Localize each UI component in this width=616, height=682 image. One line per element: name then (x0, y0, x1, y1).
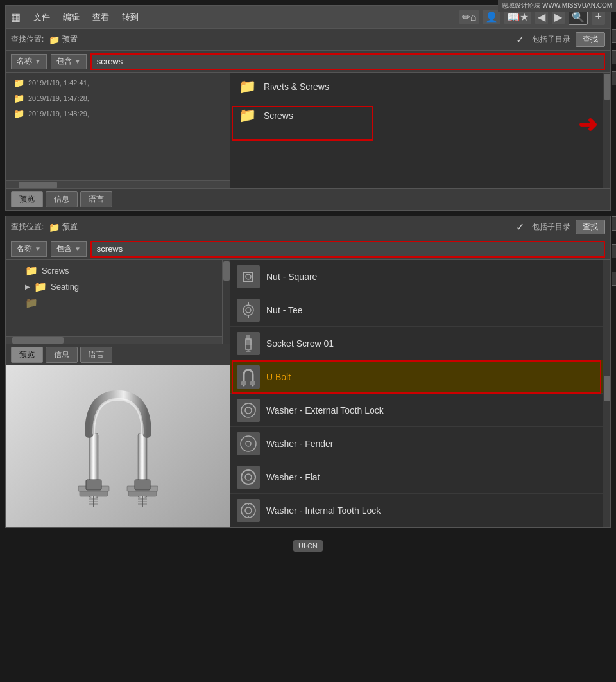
tree-date-1: 2019/1/19, 1:42:41, (28, 79, 89, 87)
contains-dropdown-bottom[interactable]: 包含 ▼ (51, 241, 87, 257)
right-results-top: 📁 Rivets & Screws 📁 Screws ➜ (230, 73, 610, 188)
tab-info-top[interactable]: 信息 (46, 191, 78, 207)
name-dropdown-arrow: ▼ (35, 58, 41, 65)
tree-folder-seating: 📁 (34, 281, 47, 293)
tree-folder-screws: 📁 (25, 265, 38, 277)
include-sub-label: 包括子目录 (532, 34, 570, 45)
list-item-washer-flat[interactable]: Washer - Flat (230, 460, 610, 494)
svg-rect-7 (135, 480, 150, 490)
side-tab-stats1[interactable]: 统计 (612, 71, 616, 85)
results-vscrollbar[interactable] (603, 73, 610, 188)
side-tab-stats2[interactable]: 统计 (612, 272, 616, 286)
list-item-nut-tee[interactable]: Nut - Tee (230, 293, 610, 327)
name-arrow-bottom: ▼ (35, 245, 41, 252)
arrow-left-icon[interactable]: ◀ (535, 10, 548, 24)
find-button-bottom[interactable]: 查找 (576, 220, 605, 234)
svg-rect-16 (244, 272, 253, 281)
contains-dropdown[interactable]: 包含 ▼ (51, 54, 87, 69)
find-location-bottom: 📁 预置 (49, 222, 78, 232)
tree-item-1[interactable]: 📁 2019/1/19, 1:42:41, (6, 75, 230, 91)
tab-language-top[interactable]: 语言 (80, 191, 112, 207)
list-vscrollbar[interactable] (603, 260, 610, 527)
tree-item-extra[interactable]: 📁 (6, 295, 230, 311)
left-panel-bottom: 📁 Screws ▶ 📁 Seating 📁 (6, 260, 230, 527)
list-item-ubolt[interactable]: U Bolt (230, 360, 610, 394)
bottom-tree-vscrollbar[interactable] (222, 260, 230, 344)
content-area-top: 📁 2019/1/19, 1:42:41, 📁 2019/1/19, 1:47:… (6, 73, 610, 188)
search-input-top[interactable] (90, 53, 605, 70)
label-nut-tee: Nut - Tee (266, 305, 303, 315)
tree-item-3[interactable]: 📁 2019/1/19, 1:48:29, (6, 106, 230, 121)
folder-icon-3: 📁 (13, 109, 24, 119)
tree-screws-label: Screws (42, 266, 69, 275)
result-name-rivets: Rivets & Screws (264, 82, 329, 92)
svg-point-34 (241, 436, 256, 451)
list-item-nut-square[interactable]: Nut - Square (230, 260, 610, 293)
right-list-panel: Nut - Square Nut - Tee Socket Screw 01 (230, 260, 610, 527)
contains-label: 包含 (56, 56, 72, 67)
bottom-tree-hscrollbar[interactable] (6, 336, 230, 344)
svg-rect-29 (250, 381, 255, 385)
tree-item-2[interactable]: 📁 2019/1/19, 1:47:28, (6, 91, 230, 106)
location-text: 预置 (62, 34, 78, 45)
location-text-bottom: 预置 (62, 222, 78, 232)
result-name-screws: Screws (264, 110, 293, 121)
pencil-home-icon[interactable]: ✏⌂ (459, 10, 479, 24)
icon-socket-screw (237, 332, 260, 355)
side-tab-content2[interactable]: 内容浏览器 (612, 244, 616, 258)
menu-file[interactable]: 文件 (31, 10, 53, 24)
include-sub-label-bottom: 包括子目录 (532, 222, 570, 232)
svg-rect-22 (246, 335, 250, 340)
result-item-rivets[interactable]: 📁 Rivets & Screws (230, 73, 610, 101)
list-item-socket-screw[interactable]: Socket Screw 01 (230, 327, 610, 360)
tab-language-bottom[interactable]: 语言 (80, 347, 112, 363)
list-item-washer-int[interactable]: Washer - Internal Tooth Lock (230, 494, 610, 527)
svg-point-31 (245, 407, 252, 414)
bottom-tabs-left: 预览 信息 语言 (6, 344, 230, 365)
tab-info-bottom[interactable]: 信息 (46, 347, 78, 363)
icon-ubolt (237, 365, 260, 389)
result-item-screws[interactable]: 📁 Screws (230, 101, 610, 130)
side-tab-scene2[interactable]: 场景浏览器 (612, 216, 616, 231)
search-input-bottom[interactable] (90, 241, 605, 258)
svg-point-35 (246, 441, 251, 446)
tree-date-3: 2019/1/19, 1:48:29, (28, 110, 89, 118)
label-socket-screw: Socket Screw 01 (266, 338, 334, 349)
svg-point-18 (243, 305, 253, 315)
bottom-bar: UI·CN (5, 533, 611, 559)
svg-point-38 (241, 503, 255, 518)
location-folder-icon-bottom: 📁 (49, 222, 60, 232)
preview-area (6, 365, 230, 527)
tree-hscrollbar[interactable] (6, 180, 230, 188)
list-item-washer-ext[interactable]: Washer - External Tooth Lock (230, 394, 610, 427)
book-star-icon[interactable]: 📖★ (504, 10, 531, 24)
person-icon[interactable]: 👤 (483, 10, 501, 24)
side-tab-content1[interactable]: 内容浏览器 (612, 50, 616, 64)
right-side-tabs-bottom: 场景浏览器 内容浏览器 统计 (612, 216, 616, 286)
find-label-bottom: 查找位置: (11, 222, 44, 232)
label-washer-ext: Washer - External Tooth Lock (266, 405, 384, 415)
menu-edit[interactable]: 编辑 (60, 10, 82, 24)
grid-icon: ▦ (11, 11, 21, 23)
contains-dropdown-arrow: ▼ (74, 58, 81, 65)
list-item-washer-fender[interactable]: Washer - Fender (230, 427, 610, 460)
arrow-right-icon[interactable]: ▶ (552, 10, 565, 24)
side-tab-scene1[interactable]: 场景浏览器 (612, 29, 616, 43)
menu-goto[interactable]: 转到 (119, 10, 141, 24)
folder-icon-rivets: 📁 (237, 76, 257, 97)
tab-preview-bottom[interactable]: 预览 (11, 347, 43, 363)
filter-row-bottom: 名称 ▼ 包含 ▼ (6, 238, 610, 260)
svg-point-19 (246, 308, 251, 313)
tree-seating[interactable]: ▶ 📁 Seating (6, 279, 230, 295)
tab-preview-top[interactable]: 预览 (11, 191, 43, 207)
find-button-top[interactable]: 查找 (576, 32, 605, 47)
menu-view[interactable]: 查看 (90, 10, 112, 24)
svg-point-39 (245, 507, 252, 514)
name-dropdown-bottom[interactable]: 名称 ▼ (11, 241, 47, 257)
right-side-tabs-top: 场景浏览器 内容浏览器 统计 (612, 29, 616, 85)
find-label: 查找位置: (11, 34, 44, 45)
svg-point-30 (241, 403, 255, 417)
name-dropdown[interactable]: 名称 ▼ (11, 54, 47, 69)
tree-screws[interactable]: 📁 Screws (6, 263, 230, 279)
contains-arrow-bottom: ▼ (74, 245, 81, 252)
